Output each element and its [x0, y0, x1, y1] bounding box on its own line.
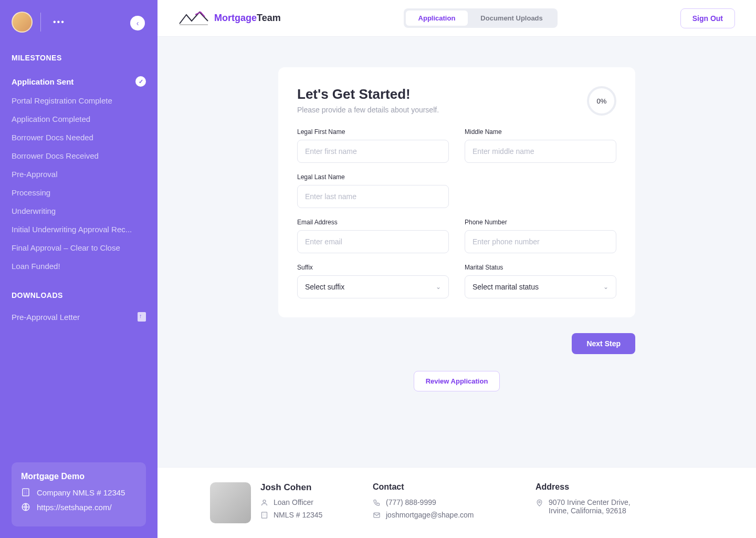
milestone-item[interactable]: Portal Registration Complete [12, 91, 146, 110]
suffix-select[interactable]: Select suffix ⌄ [297, 275, 449, 298]
more-menu[interactable]: ••• [49, 15, 69, 29]
download-item[interactable]: Pre-Approval Letter [12, 309, 146, 325]
tab-document-uploads[interactable]: Document Uploads [468, 11, 555, 26]
milestone-item[interactable]: Borrower Docs Needed [12, 128, 146, 147]
user-icon [260, 499, 268, 506]
download-label: Pre-Approval Letter [12, 313, 80, 322]
phone-input[interactable] [465, 230, 616, 253]
form-subtitle: Please provide a few details about yours… [297, 106, 439, 114]
divider [40, 13, 41, 32]
collapse-sidebar-button[interactable]: ‹ [130, 16, 145, 30]
globe-icon [21, 502, 30, 512]
phone-label: Phone Number [465, 219, 616, 226]
signout-button[interactable]: Sign Out [680, 8, 735, 28]
building-icon [21, 488, 30, 497]
content: Let's Get Started! Please provide a few … [158, 37, 756, 467]
company-name: Mortgage Demo [21, 472, 136, 481]
officer-block: Josh Cohen Loan Officer NMLS # 12345 [210, 482, 368, 523]
milestone-item[interactable]: Loan Funded! [12, 257, 146, 275]
email-input[interactable] [297, 230, 449, 253]
first-name-label: Legal First Name [297, 128, 449, 136]
officer-photo [210, 482, 251, 523]
milestone-item[interactable]: Underwriting [12, 202, 146, 220]
marital-select[interactable]: Select marital status ⌄ [465, 275, 616, 298]
officer-name: Josh Cohen [260, 482, 322, 493]
middle-name-label: Middle Name [465, 128, 616, 136]
contact-heading: Contact [373, 482, 530, 492]
chevron-down-icon: ⌄ [436, 283, 441, 291]
suffix-label: Suffix [297, 264, 449, 271]
logo: MortgageTeam [178, 11, 281, 26]
company-nmls: Company NMLS # 12345 [37, 488, 125, 497]
company-card: Mortgage Demo Company NMLS # 12345 https… [12, 462, 146, 526]
marital-label: Marital Status [465, 264, 616, 271]
officer-nmls: NMLS # 12345 [274, 511, 322, 519]
svg-rect-0 [23, 489, 29, 496]
next-step-button[interactable]: Next Step [572, 333, 635, 354]
mail-icon [373, 511, 381, 519]
milestone-item[interactable]: Application Completed [12, 110, 146, 128]
phone-icon [373, 499, 381, 506]
milestones-heading: MILESTONES [12, 54, 146, 62]
milestone-item[interactable]: Application Sent ✓ [12, 71, 146, 91]
contact-email[interactable]: joshmortgage@shape.com [386, 511, 474, 519]
file-upload-icon [138, 312, 146, 322]
footer: Josh Cohen Loan Officer NMLS # 12345 Con… [158, 467, 756, 538]
email-label: Email Address [297, 219, 449, 226]
address-heading: Address [536, 482, 704, 492]
tab-group: Application Document Uploads [404, 8, 558, 28]
building-icon [260, 511, 268, 519]
form-title: Let's Get Started! [297, 86, 439, 102]
progress-ring: 0% [587, 86, 616, 116]
milestone-item[interactable]: Borrower Docs Received [12, 147, 146, 165]
milestone-list: Application Sent ✓ Portal Registration C… [12, 71, 146, 275]
first-name-input[interactable] [297, 140, 449, 163]
chevron-down-icon: ⌄ [603, 283, 608, 291]
check-icon: ✓ [135, 76, 146, 87]
review-application-button[interactable]: Review Application [414, 371, 500, 391]
chevron-left-icon: ‹ [136, 19, 139, 27]
svg-point-5 [539, 501, 540, 503]
last-name-input[interactable] [297, 185, 449, 208]
main-area: MortgageTeam Application Document Upload… [158, 0, 756, 538]
company-url[interactable]: https://setshape.com/ [37, 503, 112, 512]
topbar: MortgageTeam Application Document Upload… [158, 0, 756, 37]
downloads-heading: DOWNLOADS [12, 291, 146, 299]
last-name-label: Legal Last Name [297, 173, 449, 181]
tab-application[interactable]: Application [406, 11, 468, 26]
milestone-item[interactable]: Processing [12, 183, 146, 202]
pin-icon [536, 499, 543, 507]
address-block: Address 9070 Irvine Center Drive, Irvine… [536, 482, 704, 523]
contact-phone[interactable]: (777) 888-9999 [386, 498, 436, 506]
logo-icon [178, 11, 210, 26]
milestone-label: Application Sent [12, 77, 74, 86]
svg-rect-3 [262, 512, 267, 518]
address-text: 9070 Irvine Center Drive, Irvine, Califo… [549, 498, 643, 515]
middle-name-input[interactable] [465, 140, 616, 163]
milestone-item[interactable]: Final Approval – Clear to Close [12, 239, 146, 257]
user-avatar[interactable] [12, 12, 33, 33]
milestone-item[interactable]: Initial Underwriting Approval Rec... [12, 220, 146, 239]
milestone-item[interactable]: Pre-Approval [12, 165, 146, 183]
form-card: Let's Get Started! Please provide a few … [278, 67, 635, 317]
officer-role: Loan Officer [274, 498, 313, 506]
svg-point-2 [263, 500, 266, 502]
contact-block: Contact (777) 888-9999 joshmortgage@shap… [373, 482, 530, 523]
sidebar: ••• ‹ MILESTONES Application Sent ✓ Port… [0, 0, 158, 538]
